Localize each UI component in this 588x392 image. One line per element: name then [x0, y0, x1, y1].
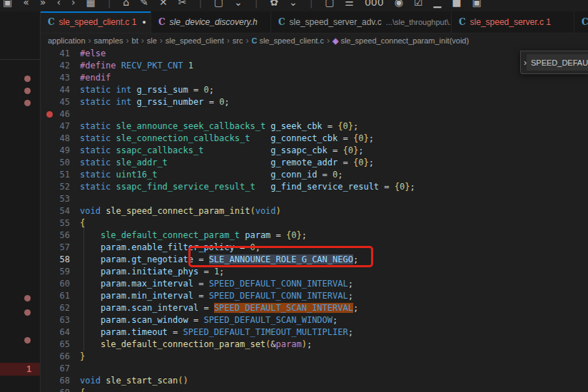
line-number: 43: [41, 72, 70, 84]
token: param.max_interval: [101, 279, 193, 289]
breadcrumb-item[interactable]: application: [48, 36, 86, 45]
cut-icon[interactable]: ✂: [178, 0, 187, 11]
code-line-50[interactable]: 50static sle_addr_t g_remote_addr = {0};: [41, 157, 588, 169]
breadcrumb-item[interactable]: samples: [94, 36, 123, 45]
code-line-53[interactable]: 53: [41, 193, 588, 205]
code-line-61[interactable]: 61 param.min_interval = SPEED_DEFAULT_CO…: [41, 290, 588, 302]
zeros-badge[interactable]: 000: [365, 0, 384, 11]
checkbox-icon[interactable]: ☑: [414, 0, 423, 11]
build-icon[interactable]: ⌂: [123, 0, 129, 11]
code-line-45[interactable]: 45static int g_rssi_number = 0;: [41, 96, 588, 108]
tab-sle_speed_client.c[interactable]: Csle_speed_client.c 1●: [41, 11, 151, 33]
minimize-icon[interactable]: ▁: [433, 0, 441, 11]
code-line-64[interactable]: 64 param.timeout = SPEED_DEFAULT_TIMEOUT…: [41, 326, 588, 339]
code-line-49[interactable]: 49static ssapc_callbacks_t g_ssapc_cbk =…: [41, 145, 588, 157]
line-number: 66: [41, 351, 70, 363]
line-number: 52: [41, 181, 70, 193]
restore-icon[interactable]: ▣: [472, 0, 481, 11]
code-line-47[interactable]: 47static sle_announce_seek_callbacks_t g…: [41, 120, 588, 133]
code-line-56[interactable]: 56 sle_default_connect_param_t param = {…: [41, 229, 588, 242]
code-line-66[interactable]: 66}: [41, 351, 588, 363]
token: static: [80, 121, 111, 131]
breakpoint-dot-icon[interactable]: [24, 100, 31, 106]
line-number: 48: [41, 133, 70, 145]
code-line-63[interactable]: 63 param.scan_window = SPEED_DEFAULT_SCA…: [41, 314, 588, 326]
code-line-51[interactable]: 51static uint16_t g_conn_id = 0;: [41, 169, 588, 181]
breadcrumb-item[interactable]: ◈sle_speed_connect_param_init(void): [333, 36, 469, 46]
breakpoint-dot-icon[interactable]: [24, 295, 31, 301]
code-editor[interactable]: 41#else42#define RECV_PKT_CNT 143#endif4…: [41, 48, 588, 392]
token: (: [250, 206, 255, 216]
code-line-54[interactable]: 54void sle_speed_connect_param_init(void…: [41, 205, 588, 217]
breakpoint-dot-icon[interactable]: [24, 309, 31, 316]
breadcrumb-item[interactable]: src: [233, 36, 243, 45]
chevron-down-icon[interactable]: ⌄: [289, 0, 298, 11]
code-line-48[interactable]: 48static sle_connection_callbacks_t g_co…: [41, 133, 588, 145]
strip-divider: [0, 59, 40, 60]
package-icon[interactable]: ▢: [214, 0, 223, 11]
nav-forward-double-icon[interactable]: »: [40, 0, 46, 11]
window-icon[interactable]: ▣: [3, 0, 12, 11]
monitor-icon[interactable]: ◉: [395, 0, 403, 11]
token: ): [183, 376, 188, 386]
c-file-icon: C: [251, 36, 257, 45]
copy-icon[interactable]: ▦: [86, 0, 96, 11]
breadcrumb-item[interactable]: bt: [132, 36, 138, 45]
code-text: #else: [80, 48, 106, 60]
breakpoint-dot-icon[interactable]: [24, 76, 31, 82]
token: param.gt_negotiate: [101, 254, 193, 264]
settings-flower-icon[interactable]: ✿: [270, 0, 278, 11]
tab-sle_speed_server_adv.c[interactable]: Csle_speed_server_adv.c...\sle_throughpu…: [271, 11, 452, 33]
code-line-42[interactable]: 42#define RECV_PKT_CNT 1: [41, 60, 588, 72]
code-line-60[interactable]: 60 param.max_interval = SPEED_DEFAULT_CO…: [41, 278, 588, 290]
token: [80, 230, 101, 240]
code-text: param.enable_filter_policy = 0;: [80, 242, 260, 254]
back-icon[interactable]: ‹: [56, 0, 61, 11]
breadcrumb-item[interactable]: sle: [147, 36, 157, 45]
token: =: [198, 303, 214, 313]
edit-icon[interactable]: ✎: [140, 0, 148, 11]
code-line-57[interactable]: 57 param.enable_filter_policy = 0;: [41, 242, 588, 254]
code-text: param.min_interval = SPEED_DEFAULT_CONN_…: [80, 290, 353, 302]
code-line-67[interactable]: 67: [41, 363, 588, 375]
code-line-52[interactable]: 52static ssapc_find_service_result_t g_f…: [41, 181, 588, 193]
square-icon[interactable]: ■: [452, 0, 461, 11]
token: g_rssi_sum: [137, 85, 188, 95]
tab-partial[interactable]: C: [574, 11, 588, 33]
token: 0: [250, 242, 255, 252]
token: static: [80, 158, 111, 167]
code-line-69[interactable]: 69{: [41, 387, 588, 392]
code-line-44[interactable]: 44static int g_rssi_sum = 0;: [41, 84, 588, 96]
find-input[interactable]: [527, 54, 588, 71]
code-text: sle_default_connect_param_t param = {0};: [80, 229, 307, 242]
breadcrumb-item[interactable]: Csle_speed_client.c: [251, 36, 323, 45]
board-icon[interactable]: ▢: [325, 0, 334, 11]
tab-sle_speed_server.c[interactable]: Csle_speed_server.c 1: [452, 11, 574, 33]
line-number: 41: [41, 48, 70, 60]
code-line-62[interactable]: 62 param.scan_interval = SPEED_DEFAULT_S…: [41, 302, 588, 314]
code-line-55[interactable]: 55{: [41, 217, 588, 229]
forward-icon[interactable]: ›: [71, 0, 76, 11]
code-line-68[interactable]: 68void sle_start_scan(): [41, 375, 588, 387]
breadcrumb-separator: ›: [141, 36, 144, 46]
breakpoint-dot-icon[interactable]: [24, 337, 31, 344]
tab-sle_device_discovery.h[interactable]: Csle_device_discovery.h: [151, 11, 271, 33]
close-icon[interactable]: ✕: [159, 0, 168, 11]
nav-back-double-icon[interactable]: «: [23, 0, 29, 11]
token: ;: [353, 303, 358, 313]
stack-icon[interactable]: ☰: [345, 0, 354, 11]
code-line-59[interactable]: 59 param.initiate_phys = 1;: [41, 266, 588, 278]
code-line-46[interactable]: 46: [41, 108, 588, 120]
breakpoint-dot-icon[interactable]: [24, 88, 31, 94]
c-file-icon: C: [48, 17, 55, 27]
code-line-43[interactable]: 43#endif: [41, 72, 588, 84]
breadcrumb-item[interactable]: sle_speed_client: [166, 36, 224, 45]
chevron-down-icon[interactable]: ⌄: [234, 0, 243, 11]
code-line-58[interactable]: 58 param.gt_negotiate = SLE_ANNOUNCE_ROL…: [41, 254, 588, 266]
code-line-41[interactable]: 41#else: [41, 48, 588, 60]
token: (: [178, 376, 183, 386]
token: {: [80, 218, 85, 228]
code-line-65[interactable]: 65 sle_default_connection_param_set(&par…: [41, 339, 588, 351]
token: ;: [333, 315, 338, 325]
modified-dot-icon[interactable]: ●: [142, 19, 146, 26]
